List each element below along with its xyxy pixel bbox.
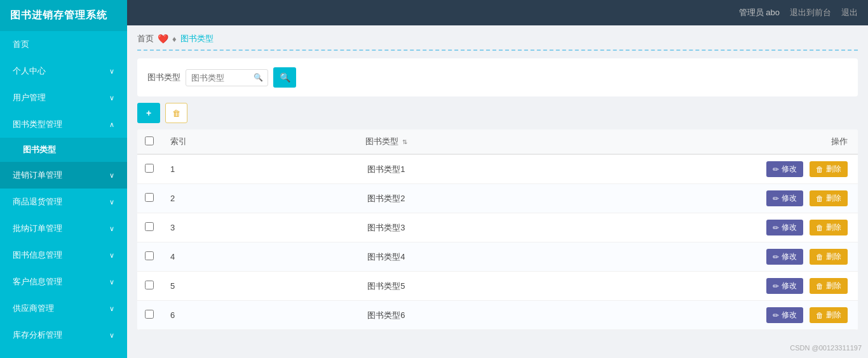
topbar: 管理员 abo 退出到前台 退出 [127,0,868,25]
sidebar-item-batch-order[interactable]: 批纳订单管理 ∨ [0,215,127,242]
edit-button[interactable]: ✏ 修改 [766,249,803,265]
filter-group: 图书类型 🔍 🔍 [147,67,296,88]
data-table: 索引 图书类型 ⇅ 操作 1 图书类型1 ✏ 修改 [137,129,858,330]
delete-button[interactable]: 🗑 删除 [810,278,848,294]
breadcrumb-home: 首页 [137,33,154,44]
row-ops: ✏ 修改 🗑 删除 [492,301,858,330]
search-button-icon: 🔍 [280,72,290,83]
edit-button[interactable]: ✏ 修改 [766,220,803,235]
filter-input-wrapper: 🔍 [186,69,268,86]
sidebar-item-return-mgmt[interactable]: 商品退货管理 ∨ [0,189,127,215]
th-index: 索引 [163,129,280,154]
sidebar-item-supplier-label: 供应商管理 [13,303,54,314]
add-button[interactable]: + [137,103,160,123]
row-index: 1 [163,154,280,184]
app-title: 图书进销存管理系统 [0,0,127,31]
trash-icon: 🗑 [816,253,824,262]
sidebar-item-customer-label: 客户信息管理 [13,276,62,288]
select-all-checkbox[interactable] [145,136,154,145]
delete-button[interactable]: 🗑 删除 [810,307,848,323]
chevron-down-icon: ∨ [109,225,114,233]
search-button[interactable]: 🔍 [273,67,296,88]
row-index: 5 [163,272,280,301]
table-row: 4 图书类型4 ✏ 修改 🗑 删除 [137,242,858,272]
delete-button[interactable]: 🗑 删除 [810,249,848,265]
row-ops: ✏ 修改 🗑 删除 [492,184,858,213]
row-book-type: 图书类型2 [280,184,493,213]
row-ops: ✏ 修改 🗑 删除 [492,154,858,184]
toolbar: 图书类型 🔍 🔍 [137,58,858,96]
table-row: 1 图书类型1 ✏ 修改 🗑 删除 [137,154,858,184]
sidebar-item-customer[interactable]: 客户信息管理 ∨ [0,268,127,295]
topbar-user: 管理员 abo [739,7,780,18]
sidebar-item-book-type-mgmt[interactable]: 图书类型管理 ∧ [0,111,127,138]
row-ops: ✏ 修改 🗑 删除 [492,242,858,272]
sidebar-item-supplier[interactable]: 供应商管理 ∨ [0,295,127,322]
sidebar-subitem-book-type[interactable]: 图书类型 [0,138,127,162]
sidebar-item-book-info-label: 图书信息管理 [13,249,62,261]
logout2-link[interactable]: 退出 [841,7,858,18]
chevron-down-icon: ∨ [109,198,114,206]
chevron-down-icon: ∨ [109,251,114,260]
sidebar-item-order-mgmt[interactable]: 进销订单管理 ∨ [0,162,127,189]
sidebar-item-user-mgmt[interactable]: 用户管理 ∨ [0,84,127,111]
edit-icon: ✏ [773,223,779,232]
trash-icon: 🗑 [172,109,180,118]
row-book-type: 图书类型3 [280,213,493,242]
row-checkbox[interactable] [145,164,154,173]
filter-input[interactable] [186,69,268,86]
chevron-up-icon: ∧ [109,121,114,129]
breadcrumb: 首页 ❤️ ♦ 图书类型 [137,33,858,51]
row-checkbox[interactable] [145,193,154,202]
edit-button[interactable]: ✏ 修改 [766,278,803,294]
row-checkbox[interactable] [145,222,154,231]
edit-icon: ✏ [773,165,779,174]
row-checkbox-cell [137,154,163,184]
row-book-type: 图书类型6 [280,301,493,330]
sidebar-item-batch-order-label: 批纳订单管理 [13,223,62,234]
sidebar-subitem-book-type-label: 图书类型 [23,145,56,154]
delete-button[interactable]: 🗑 删除 [810,161,848,177]
edit-button[interactable]: ✏ 修改 [766,190,803,206]
row-checkbox[interactable] [145,281,154,289]
sidebar-item-order-mgmt-label: 进销订单管理 [13,169,62,181]
th-checkbox [137,129,163,154]
table-row: 3 图书类型3 ✏ 修改 🗑 删除 [137,213,858,242]
breadcrumb-arrow: ♦ [172,34,177,44]
trash-icon: 🗑 [816,282,824,291]
th-ops: 操作 [492,129,858,154]
row-index: 2 [163,184,280,213]
sidebar-item-inventory[interactable]: 库存分析管理 ∨ [0,322,127,348]
content-area: 首页 ❤️ ♦ 图书类型 图书类型 🔍 🔍 + 🗑 [127,25,868,358]
edit-icon: ✏ [773,282,779,291]
chevron-down-icon: ∨ [109,278,114,286]
edit-button[interactable]: ✏ 修改 [766,307,803,323]
sidebar-item-book-info[interactable]: 图书信息管理 ∨ [0,242,127,268]
sidebar-item-home[interactable]: 首页 [0,31,127,58]
sidebar-item-book-type-mgmt-label: 图书类型管理 [13,119,62,130]
logout-link[interactable]: 退出到前台 [790,7,831,18]
trash-icon: 🗑 [816,223,824,232]
sort-icon[interactable]: ⇅ [402,138,407,145]
trash-icon: 🗑 [816,165,824,174]
table-row: 6 图书类型6 ✏ 修改 🗑 删除 [137,301,858,330]
chevron-down-icon: ∨ [109,67,114,76]
th-book-type: 图书类型 ⇅ [280,129,493,154]
sidebar-item-user-mgmt-label: 用户管理 [13,92,46,103]
delete-button[interactable]: 🗑 删除 [810,190,848,206]
row-checkbox[interactable] [145,251,154,260]
sidebar-item-personal-label: 个人中心 [13,65,46,77]
row-checkbox[interactable] [145,310,154,319]
edit-icon: ✏ [773,253,779,262]
batch-delete-button[interactable]: 🗑 [165,103,187,123]
sidebar: 图书进销存管理系统 首页 个人中心 ∨ 用户管理 ∨ 图书类型管理 ∧ 图书类型… [0,0,127,358]
sidebar-item-personal[interactable]: 个人中心 ∨ [0,58,127,84]
table-header-row: 索引 图书类型 ⇅ 操作 [137,129,858,154]
row-checkbox-cell [137,301,163,330]
row-index: 3 [163,213,280,242]
edit-button[interactable]: ✏ 修改 [766,161,803,177]
row-index: 6 [163,301,280,330]
delete-button[interactable]: 🗑 删除 [810,220,848,235]
row-checkbox-cell [137,213,163,242]
trash-icon: 🗑 [816,194,824,203]
